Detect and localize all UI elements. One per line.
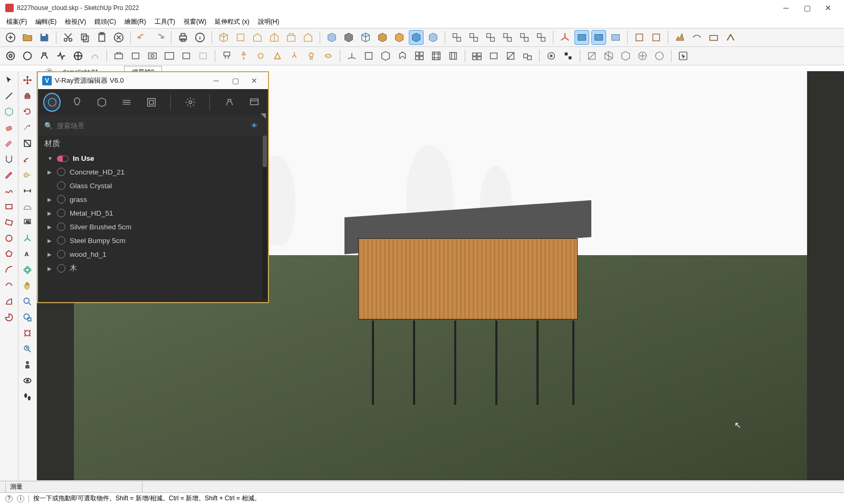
vray-panel-title-bar[interactable]: V V-Ray资源编辑器 V6.0 ─ ▢ ✕ <box>38 72 268 89</box>
axes-tool[interactable] <box>21 231 34 245</box>
vray-light-5[interactable] <box>287 49 302 63</box>
vray-tab-textures[interactable] <box>118 93 135 112</box>
vray-material-steel[interactable]: ▶Steel Bumpy 5cm <box>38 234 268 247</box>
vray-light-3[interactable] <box>253 49 268 63</box>
vray-util-3[interactable] <box>503 49 518 63</box>
back-view-button[interactable] <box>284 30 299 45</box>
pushpull-tool[interactable] <box>21 89 34 103</box>
vray-tab-materials[interactable] <box>43 93 61 112</box>
vray-render-3[interactable] <box>145 49 160 63</box>
vray-render-5[interactable] <box>179 49 194 63</box>
vray-maximize-button[interactable]: ▢ <box>226 73 245 88</box>
component-tool[interactable] <box>2 105 16 119</box>
vray-material-silver[interactable]: ▶Silver Brushed 5cm <box>38 220 268 234</box>
vray-geo-4[interactable] <box>395 49 410 63</box>
window-close-button[interactable]: ✕ <box>818 0 839 16</box>
text-tool[interactable]: A1 <box>21 216 34 229</box>
front-view-button[interactable] <box>250 30 265 45</box>
component-button-1[interactable] <box>449 30 464 45</box>
vray-geo-3[interactable] <box>378 49 393 63</box>
scrollbar-thumb[interactable] <box>263 135 267 167</box>
model-info-button[interactable] <box>193 30 207 45</box>
protractor-tool[interactable] <box>21 200 34 214</box>
print-button[interactable] <box>176 30 190 45</box>
vray-material-wood[interactable]: ▶wood_hd_1 <box>38 247 268 261</box>
vray-render-6[interactable] <box>196 49 210 63</box>
vray-proxy-1[interactable] <box>584 49 599 63</box>
component-button-6[interactable] <box>534 30 549 45</box>
vray-asset-editor-panel[interactable]: V V-Ray资源编辑器 V6.0 ─ ▢ ✕ 🔍 <box>37 71 269 303</box>
vray-tab-geometry[interactable] <box>93 93 110 112</box>
vray-tab-render[interactable] <box>142 93 160 112</box>
vray-tool-4[interactable] <box>54 49 69 63</box>
vray-tool-6[interactable] <box>88 49 102 63</box>
menu-file[interactable]: 檔案(F) <box>2 16 31 28</box>
save-button[interactable] <box>37 30 52 45</box>
style-xray-button[interactable] <box>324 30 339 45</box>
vray-search-input[interactable] <box>57 122 247 130</box>
axis-tool-button[interactable] <box>558 30 572 45</box>
vray-tool-2[interactable] <box>20 49 35 63</box>
tape-measure-tool[interactable] <box>21 168 34 182</box>
menu-extensions[interactable]: 延伸程式 (x) <box>210 16 253 28</box>
vray-visibility-toggle[interactable]: 👁 <box>251 122 262 130</box>
position-camera-tool[interactable] <box>21 358 34 372</box>
sandbox-button-3[interactable] <box>706 30 721 45</box>
select-tool[interactable] <box>2 73 16 87</box>
help-icon[interactable]: ? <box>5 495 13 502</box>
polygon-tool[interactable] <box>2 247 16 261</box>
vray-extra-1[interactable] <box>544 49 559 63</box>
sandbox-button-1[interactable] <box>673 30 687 45</box>
vray-cursor-button[interactable] <box>676 49 690 63</box>
3dtext-tool[interactable]: A <box>21 247 34 261</box>
vray-util-2[interactable] <box>486 49 501 63</box>
rectangle-tool[interactable] <box>2 200 16 214</box>
style-backedges-button[interactable] <box>341 30 356 45</box>
cut-button[interactable] <box>61 30 75 45</box>
right-view-button[interactable] <box>267 30 282 45</box>
vray-geo-2[interactable] <box>361 49 376 63</box>
orbit-tool[interactable] <box>21 263 34 277</box>
vray-proxy-3[interactable] <box>618 49 633 63</box>
info-icon[interactable]: i <box>17 495 24 502</box>
style-wireframe-button[interactable] <box>358 30 373 45</box>
vray-geo-1[interactable] <box>344 49 359 63</box>
component-button-3[interactable] <box>483 30 498 45</box>
vray-light-7[interactable] <box>321 49 335 63</box>
style-shaded-textures-button[interactable] <box>409 30 424 45</box>
vray-render-2[interactable] <box>128 49 143 63</box>
arc-tool-2[interactable] <box>2 279 16 293</box>
menu-window[interactable]: 視窗(W) <box>179 16 210 28</box>
arc-tool-3[interactable] <box>2 295 16 308</box>
vray-util-4[interactable] <box>520 49 535 63</box>
zoom-window-tool[interactable] <box>21 311 34 324</box>
move-tool[interactable] <box>21 73 34 87</box>
offset-tool[interactable] <box>21 152 34 166</box>
paint-tool[interactable] <box>2 152 16 166</box>
vray-material-grass[interactable]: ▶grass <box>38 192 268 206</box>
delete-button[interactable] <box>111 30 126 45</box>
component-button-4[interactable] <box>500 30 515 45</box>
component-button-2[interactable] <box>466 30 481 45</box>
vray-group-in-use[interactable]: ▼ In Use <box>38 152 268 165</box>
zoom-tool[interactable] <box>21 295 34 308</box>
menu-draw[interactable]: 繪圖(R) <box>120 16 150 28</box>
vray-geo-5[interactable] <box>412 49 427 63</box>
menu-tools[interactable]: 工具(T) <box>150 16 179 28</box>
vray-material-wood-cn[interactable]: ▶木 <box>38 261 268 276</box>
rotate-tool[interactable] <box>21 105 34 119</box>
left-view-button[interactable] <box>301 30 315 45</box>
paste-button[interactable] <box>94 30 109 45</box>
line-tool[interactable] <box>2 89 16 103</box>
redo-button[interactable] <box>152 30 167 45</box>
sandbox-button-2[interactable] <box>689 30 704 45</box>
undo-button[interactable] <box>135 30 150 45</box>
dimension-tool[interactable] <box>21 184 34 198</box>
iso-view-button[interactable] <box>216 30 231 45</box>
vray-tab-lights[interactable] <box>68 93 85 112</box>
vray-light-2[interactable] <box>236 49 251 63</box>
vray-expand-icon[interactable] <box>261 113 266 119</box>
viewport-3d[interactable]: V V-Ray资源编辑器 V6.0 ─ ▢ ✕ 🔍 <box>37 71 844 480</box>
vray-geo-7[interactable] <box>446 49 461 63</box>
vray-light-1[interactable] <box>219 49 234 63</box>
